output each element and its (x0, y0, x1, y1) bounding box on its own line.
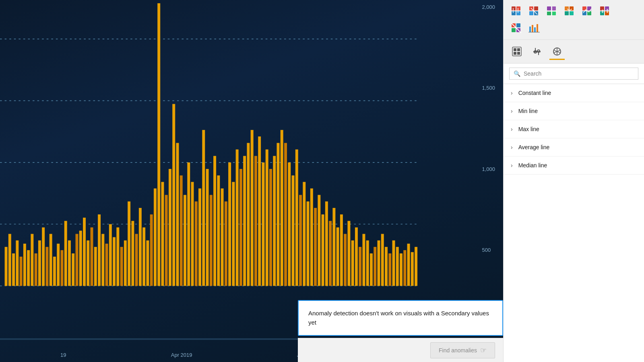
icon-row-1 (509, 4, 638, 19)
svg-rect-123 (534, 6, 538, 10)
bottom-toolbar (504, 40, 644, 64)
search-box[interactable]: 🔍 (509, 68, 638, 80)
svg-rect-6 (8, 234, 11, 286)
svg-rect-105 (378, 241, 380, 286)
svg-rect-22 (68, 241, 71, 286)
svg-rect-51 (176, 143, 179, 286)
svg-rect-113 (407, 244, 410, 286)
svg-rect-111 (400, 253, 402, 286)
svg-rect-152 (532, 25, 533, 32)
svg-rect-18 (53, 257, 56, 286)
svg-rect-145 (607, 9, 608, 13)
svg-rect-69 (243, 156, 246, 286)
analytics-icon-btn[interactable] (549, 44, 565, 59)
svg-rect-9 (20, 257, 23, 286)
svg-rect-31 (101, 234, 104, 286)
chart-icon-4[interactable] (562, 4, 577, 19)
svg-rect-93 (332, 208, 335, 286)
svg-rect-96 (344, 234, 347, 286)
svg-rect-38 (128, 202, 130, 286)
svg-rect-80 (284, 143, 287, 286)
svg-rect-134 (565, 11, 569, 15)
svg-rect-20 (60, 250, 63, 286)
chart-icon-1[interactable] (509, 4, 524, 19)
svg-rect-33 (109, 224, 112, 286)
svg-rect-43 (146, 241, 149, 286)
analytics-item-constant-line[interactable]: › Constant line (504, 84, 644, 102)
svg-rect-52 (180, 175, 183, 286)
svg-rect-90 (322, 214, 324, 286)
fields-icon-btn[interactable] (509, 44, 524, 59)
chart-icon-2[interactable] (527, 4, 541, 19)
average-line-label: Average line (518, 144, 550, 150)
icon-row-2 (509, 21, 638, 35)
svg-rect-104 (374, 247, 376, 286)
svg-rect-67 (236, 150, 239, 286)
svg-rect-23 (72, 253, 74, 286)
search-container: 🔍 (504, 64, 644, 84)
svg-rect-114 (411, 252, 414, 286)
svg-rect-15 (42, 227, 45, 286)
find-anomalies-bar: Find anomalies ☞ (298, 338, 503, 362)
analytics-item-min-line[interactable]: › Min line (504, 102, 644, 120)
svg-rect-28 (91, 227, 93, 286)
svg-rect-66 (232, 182, 235, 286)
chart-icon-6[interactable] (598, 4, 612, 19)
svg-rect-17 (50, 234, 52, 286)
chart-icon-3[interactable] (545, 4, 559, 19)
analytics-item-average-line[interactable]: › Average line (504, 138, 644, 156)
chart-area: 2,000 1,500 1,000 500 0 19 Apr 2019 Jul … (0, 0, 503, 362)
svg-rect-157 (514, 48, 516, 51)
analytics-item-max-line[interactable]: › Max line (504, 120, 644, 138)
svg-rect-40 (135, 234, 138, 286)
svg-rect-106 (381, 234, 384, 286)
svg-rect-97 (347, 221, 350, 286)
right-panel: 🔍 › Constant line › Min line › Max line … (503, 0, 644, 362)
svg-rect-109 (392, 241, 395, 286)
svg-rect-68 (239, 169, 242, 286)
cursor-icon: ☞ (480, 346, 487, 355)
y-label-500: 500 (482, 247, 495, 253)
chart-canvas (0, 0, 503, 338)
svg-rect-88 (314, 208, 317, 286)
analytics-item-median-line[interactable]: › Median line (504, 156, 644, 175)
min-line-label: Min line (518, 108, 538, 114)
svg-rect-35 (116, 227, 119, 286)
svg-rect-34 (113, 237, 116, 286)
svg-rect-12 (31, 234, 33, 286)
chevron-icon-constant: › (511, 90, 513, 96)
svg-rect-42 (142, 227, 145, 286)
svg-rect-49 (169, 169, 171, 286)
chart-icon-8[interactable] (527, 21, 541, 35)
svg-rect-118 (512, 11, 516, 15)
svg-rect-72 (254, 156, 257, 286)
find-anomalies-button[interactable]: Find anomalies ☞ (430, 342, 495, 358)
svg-rect-148 (512, 28, 516, 32)
svg-rect-19 (57, 244, 60, 286)
svg-rect-151 (529, 27, 531, 32)
svg-rect-78 (277, 143, 280, 286)
chart-icon-7[interactable] (509, 21, 524, 35)
svg-rect-110 (396, 247, 399, 286)
svg-rect-32 (105, 244, 108, 286)
svg-rect-107 (385, 247, 388, 286)
svg-rect-101 (362, 234, 365, 286)
svg-rect-84 (299, 195, 302, 286)
format-icon-btn[interactable] (529, 44, 545, 59)
svg-rect-91 (325, 202, 328, 286)
tooltip-message: Anomaly detection doesn't work on visual… (308, 309, 493, 327)
svg-rect-83 (295, 150, 298, 286)
svg-rect-147 (516, 23, 520, 27)
svg-rect-82 (292, 175, 295, 286)
svg-rect-48 (165, 195, 168, 286)
svg-rect-26 (83, 218, 86, 286)
chevron-icon-min: › (511, 108, 513, 114)
chart-icon-5[interactable] (580, 4, 594, 19)
svg-rect-70 (247, 143, 250, 286)
svg-rect-64 (225, 202, 227, 286)
search-input[interactable] (524, 70, 634, 77)
svg-rect-95 (340, 214, 343, 286)
svg-rect-129 (552, 11, 556, 15)
svg-rect-59 (206, 169, 209, 286)
svg-rect-54 (187, 162, 190, 286)
